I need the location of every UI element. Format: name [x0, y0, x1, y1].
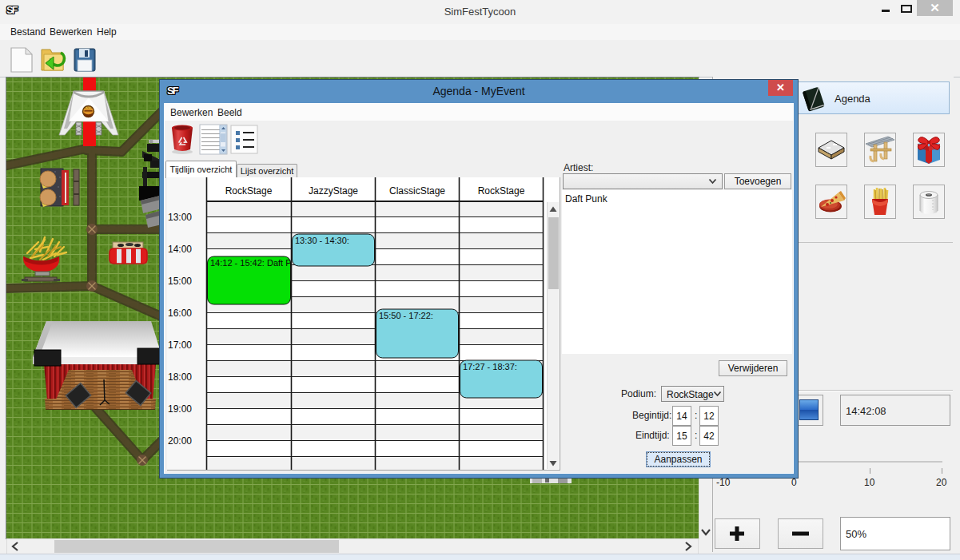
svg-text:JazzyStage: JazzyStage [309, 185, 358, 197]
svg-text:17:00: 17:00 [168, 340, 192, 351]
svg-text:20:00: 20:00 [168, 435, 192, 447]
svg-text:16:00: 16:00 [168, 308, 192, 319]
svg-text:13:30 - 14:30:: 13:30 - 14:30: [295, 236, 349, 245]
svg-text:14:00: 14:00 [168, 244, 192, 255]
svg-text:RockStage: RockStage [478, 185, 525, 197]
svg-text:15:00: 15:00 [168, 276, 192, 287]
svg-text:19:00: 19:00 [168, 403, 192, 415]
svg-text:ClassicStage: ClassicStage [389, 185, 445, 197]
svg-text:14:12 - 15:42: Daft Pu: 14:12 - 15:42: Daft Pu [210, 258, 297, 268]
svg-text:15:50 - 17:22:: 15:50 - 17:22: [379, 311, 433, 320]
svg-text:13:00: 13:00 [168, 212, 192, 223]
svg-text:18:00: 18:00 [168, 371, 192, 383]
svg-text:17:27 - 18:37:: 17:27 - 18:37: [463, 362, 517, 371]
svg-text:RockStage: RockStage [225, 185, 273, 197]
